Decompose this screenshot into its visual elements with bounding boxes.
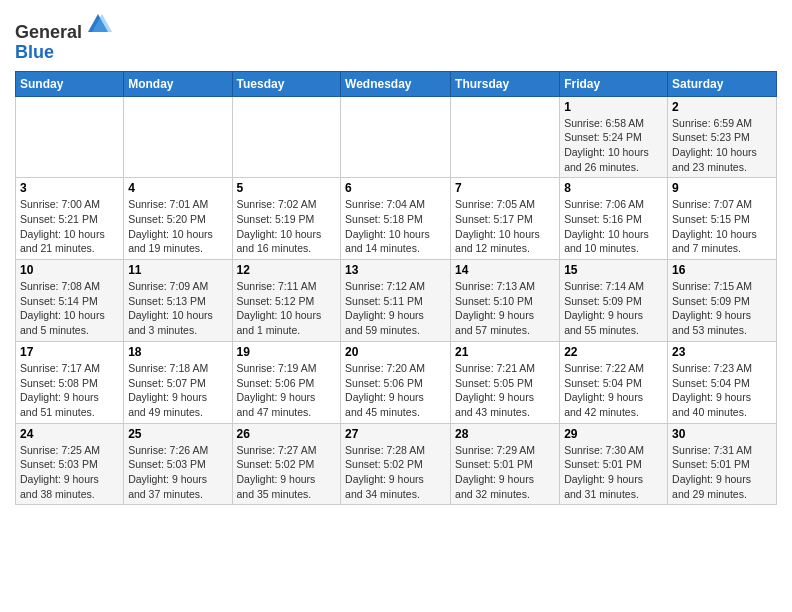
- day-info: Sunrise: 7:11 AM Sunset: 5:12 PM Dayligh…: [237, 279, 337, 338]
- day-info: Sunrise: 7:06 AM Sunset: 5:16 PM Dayligh…: [564, 197, 663, 256]
- day-number: 17: [20, 345, 119, 359]
- day-number: 19: [237, 345, 337, 359]
- weekday-header-wednesday: Wednesday: [341, 71, 451, 96]
- day-number: 4: [128, 181, 227, 195]
- day-number: 20: [345, 345, 446, 359]
- weekday-header-sunday: Sunday: [16, 71, 124, 96]
- day-number: 1: [564, 100, 663, 114]
- day-number: 8: [564, 181, 663, 195]
- calendar-cell: 15Sunrise: 7:14 AM Sunset: 5:09 PM Dayli…: [560, 260, 668, 342]
- calendar-cell: 10Sunrise: 7:08 AM Sunset: 5:14 PM Dayli…: [16, 260, 124, 342]
- day-info: Sunrise: 7:09 AM Sunset: 5:13 PM Dayligh…: [128, 279, 227, 338]
- day-info: Sunrise: 7:12 AM Sunset: 5:11 PM Dayligh…: [345, 279, 446, 338]
- calendar: SundayMondayTuesdayWednesdayThursdayFrid…: [15, 71, 777, 506]
- calendar-cell: 21Sunrise: 7:21 AM Sunset: 5:05 PM Dayli…: [451, 341, 560, 423]
- logo-icon: [84, 10, 112, 38]
- weekday-header-thursday: Thursday: [451, 71, 560, 96]
- calendar-cell: [232, 96, 341, 178]
- calendar-cell: 27Sunrise: 7:28 AM Sunset: 5:02 PM Dayli…: [341, 423, 451, 505]
- weekday-header-friday: Friday: [560, 71, 668, 96]
- day-number: 13: [345, 263, 446, 277]
- header: General Blue: [15, 10, 777, 63]
- day-info: Sunrise: 7:31 AM Sunset: 5:01 PM Dayligh…: [672, 443, 772, 502]
- day-info: Sunrise: 7:01 AM Sunset: 5:20 PM Dayligh…: [128, 197, 227, 256]
- calendar-cell: 18Sunrise: 7:18 AM Sunset: 5:07 PM Dayli…: [124, 341, 232, 423]
- day-info: Sunrise: 7:26 AM Sunset: 5:03 PM Dayligh…: [128, 443, 227, 502]
- calendar-cell: 28Sunrise: 7:29 AM Sunset: 5:01 PM Dayli…: [451, 423, 560, 505]
- day-info: Sunrise: 7:02 AM Sunset: 5:19 PM Dayligh…: [237, 197, 337, 256]
- day-number: 9: [672, 181, 772, 195]
- day-info: Sunrise: 7:28 AM Sunset: 5:02 PM Dayligh…: [345, 443, 446, 502]
- weekday-row: SundayMondayTuesdayWednesdayThursdayFrid…: [16, 71, 777, 96]
- day-info: Sunrise: 6:59 AM Sunset: 5:23 PM Dayligh…: [672, 116, 772, 175]
- day-info: Sunrise: 7:21 AM Sunset: 5:05 PM Dayligh…: [455, 361, 555, 420]
- day-number: 2: [672, 100, 772, 114]
- calendar-cell: 29Sunrise: 7:30 AM Sunset: 5:01 PM Dayli…: [560, 423, 668, 505]
- calendar-cell: 22Sunrise: 7:22 AM Sunset: 5:04 PM Dayli…: [560, 341, 668, 423]
- weekday-header-monday: Monday: [124, 71, 232, 96]
- calendar-week-3: 10Sunrise: 7:08 AM Sunset: 5:14 PM Dayli…: [16, 260, 777, 342]
- day-info: Sunrise: 7:05 AM Sunset: 5:17 PM Dayligh…: [455, 197, 555, 256]
- calendar-week-2: 3Sunrise: 7:00 AM Sunset: 5:21 PM Daylig…: [16, 178, 777, 260]
- calendar-cell: 26Sunrise: 7:27 AM Sunset: 5:02 PM Dayli…: [232, 423, 341, 505]
- logo-blue: Blue: [15, 42, 54, 62]
- logo-text: General Blue: [15, 10, 112, 63]
- day-info: Sunrise: 7:18 AM Sunset: 5:07 PM Dayligh…: [128, 361, 227, 420]
- calendar-cell: 9Sunrise: 7:07 AM Sunset: 5:15 PM Daylig…: [668, 178, 777, 260]
- calendar-cell: 24Sunrise: 7:25 AM Sunset: 5:03 PM Dayli…: [16, 423, 124, 505]
- logo: General Blue: [15, 10, 112, 63]
- calendar-cell: [451, 96, 560, 178]
- day-number: 27: [345, 427, 446, 441]
- day-number: 30: [672, 427, 772, 441]
- weekday-header-tuesday: Tuesday: [232, 71, 341, 96]
- calendar-week-5: 24Sunrise: 7:25 AM Sunset: 5:03 PM Dayli…: [16, 423, 777, 505]
- calendar-cell: 25Sunrise: 7:26 AM Sunset: 5:03 PM Dayli…: [124, 423, 232, 505]
- page: General Blue SundayMondayTuesdayWednesda…: [0, 0, 792, 612]
- day-info: Sunrise: 7:00 AM Sunset: 5:21 PM Dayligh…: [20, 197, 119, 256]
- day-number: 12: [237, 263, 337, 277]
- day-number: 25: [128, 427, 227, 441]
- day-info: Sunrise: 7:20 AM Sunset: 5:06 PM Dayligh…: [345, 361, 446, 420]
- day-number: 29: [564, 427, 663, 441]
- calendar-cell: 3Sunrise: 7:00 AM Sunset: 5:21 PM Daylig…: [16, 178, 124, 260]
- day-number: 14: [455, 263, 555, 277]
- day-number: 28: [455, 427, 555, 441]
- calendar-week-1: 1Sunrise: 6:58 AM Sunset: 5:24 PM Daylig…: [16, 96, 777, 178]
- calendar-cell: 1Sunrise: 6:58 AM Sunset: 5:24 PM Daylig…: [560, 96, 668, 178]
- calendar-cell: 5Sunrise: 7:02 AM Sunset: 5:19 PM Daylig…: [232, 178, 341, 260]
- day-number: 5: [237, 181, 337, 195]
- calendar-cell: 19Sunrise: 7:19 AM Sunset: 5:06 PM Dayli…: [232, 341, 341, 423]
- day-number: 11: [128, 263, 227, 277]
- calendar-cell: 16Sunrise: 7:15 AM Sunset: 5:09 PM Dayli…: [668, 260, 777, 342]
- calendar-cell: 7Sunrise: 7:05 AM Sunset: 5:17 PM Daylig…: [451, 178, 560, 260]
- calendar-cell: 8Sunrise: 7:06 AM Sunset: 5:16 PM Daylig…: [560, 178, 668, 260]
- calendar-cell: 20Sunrise: 7:20 AM Sunset: 5:06 PM Dayli…: [341, 341, 451, 423]
- calendar-header: SundayMondayTuesdayWednesdayThursdayFrid…: [16, 71, 777, 96]
- calendar-cell: [341, 96, 451, 178]
- calendar-cell: [124, 96, 232, 178]
- day-info: Sunrise: 7:30 AM Sunset: 5:01 PM Dayligh…: [564, 443, 663, 502]
- calendar-cell: 14Sunrise: 7:13 AM Sunset: 5:10 PM Dayli…: [451, 260, 560, 342]
- day-info: Sunrise: 7:13 AM Sunset: 5:10 PM Dayligh…: [455, 279, 555, 338]
- day-info: Sunrise: 7:14 AM Sunset: 5:09 PM Dayligh…: [564, 279, 663, 338]
- calendar-cell: 23Sunrise: 7:23 AM Sunset: 5:04 PM Dayli…: [668, 341, 777, 423]
- calendar-cell: 12Sunrise: 7:11 AM Sunset: 5:12 PM Dayli…: [232, 260, 341, 342]
- day-info: Sunrise: 7:17 AM Sunset: 5:08 PM Dayligh…: [20, 361, 119, 420]
- day-info: Sunrise: 6:58 AM Sunset: 5:24 PM Dayligh…: [564, 116, 663, 175]
- calendar-cell: [16, 96, 124, 178]
- day-number: 10: [20, 263, 119, 277]
- day-info: Sunrise: 7:04 AM Sunset: 5:18 PM Dayligh…: [345, 197, 446, 256]
- day-number: 18: [128, 345, 227, 359]
- day-info: Sunrise: 7:23 AM Sunset: 5:04 PM Dayligh…: [672, 361, 772, 420]
- day-number: 16: [672, 263, 772, 277]
- weekday-header-saturday: Saturday: [668, 71, 777, 96]
- logo-general: General: [15, 22, 82, 42]
- day-info: Sunrise: 7:08 AM Sunset: 5:14 PM Dayligh…: [20, 279, 119, 338]
- calendar-cell: 4Sunrise: 7:01 AM Sunset: 5:20 PM Daylig…: [124, 178, 232, 260]
- day-info: Sunrise: 7:29 AM Sunset: 5:01 PM Dayligh…: [455, 443, 555, 502]
- day-number: 21: [455, 345, 555, 359]
- day-number: 7: [455, 181, 555, 195]
- day-number: 26: [237, 427, 337, 441]
- calendar-cell: 30Sunrise: 7:31 AM Sunset: 5:01 PM Dayli…: [668, 423, 777, 505]
- calendar-week-4: 17Sunrise: 7:17 AM Sunset: 5:08 PM Dayli…: [16, 341, 777, 423]
